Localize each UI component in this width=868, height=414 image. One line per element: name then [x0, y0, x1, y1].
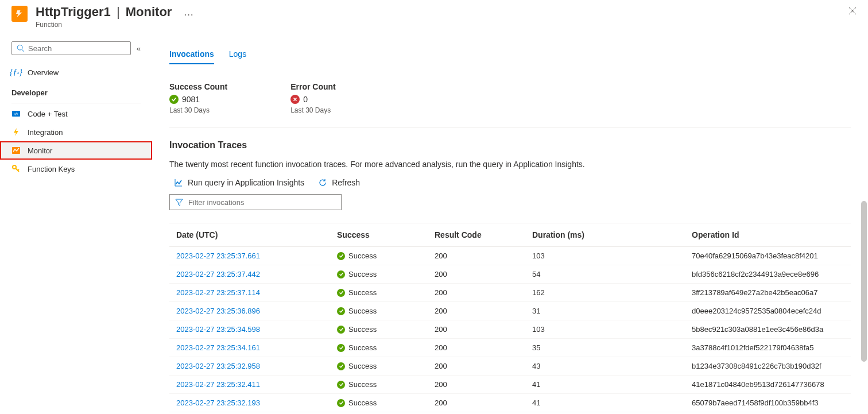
divider: [11, 103, 141, 103]
refresh-icon: [318, 178, 327, 187]
cell-success: Success: [337, 307, 435, 315]
sidebar-search[interactable]: [11, 41, 131, 55]
success-label: Success: [348, 343, 377, 352]
th-result[interactable]: Result Code: [435, 230, 532, 239]
cell-success: Success: [337, 252, 435, 260]
invocation-date-link[interactable]: 2023-02-27 23:25:37.114: [176, 288, 337, 297]
page-subtitle: Function: [36, 21, 846, 29]
invocation-traces-desc: The twenty most recent function invocati…: [169, 160, 851, 169]
stat-value: 9081: [182, 95, 200, 104]
svg-text:‹/›: ‹/›: [14, 112, 18, 116]
stat-title: Error Count: [290, 82, 336, 91]
sidebar-item-integration[interactable]: Integration: [0, 123, 152, 141]
cell-result-code: 200: [435, 288, 532, 297]
cell-success: Success: [337, 288, 435, 297]
cell-result-code: 200: [435, 252, 532, 260]
cell-duration: 103: [532, 252, 692, 260]
stat-value: 0: [303, 95, 308, 104]
error-icon: [290, 95, 300, 104]
success-icon: [337, 307, 345, 315]
action-label: Refresh: [332, 178, 360, 187]
stat-title: Success Count: [169, 82, 227, 91]
success-label: Success: [348, 380, 377, 389]
table-row: 2023-02-27 23:25:32.193Success2004165079…: [169, 394, 851, 412]
refresh-link[interactable]: Refresh: [318, 178, 360, 187]
tab-logs[interactable]: Logs: [229, 49, 246, 64]
invocation-date-link[interactable]: 2023-02-27 23:25:37.661: [176, 252, 337, 260]
invocation-date-link[interactable]: 2023-02-27 23:25:37.442: [176, 270, 337, 278]
key-icon: [11, 164, 21, 173]
sidebar-item-overview[interactable]: {ƒx} Overview: [0, 63, 152, 82]
collapse-sidebar-icon[interactable]: «: [137, 44, 141, 53]
success-label: Success: [348, 252, 377, 260]
invocation-date-link[interactable]: 2023-02-27 23:25:32.411: [176, 380, 337, 389]
sidebar-item-label: Code + Test: [28, 110, 68, 118]
success-icon: [337, 270, 345, 278]
sidebar-section-developer: Developer: [0, 82, 152, 100]
success-icon: [337, 399, 345, 407]
search-icon: [17, 44, 25, 52]
th-date[interactable]: Date (UTC): [176, 230, 337, 239]
invocation-date-link[interactable]: 2023-02-27 23:25:34.161: [176, 343, 337, 352]
stat-sub: Last 30 Days: [290, 106, 336, 114]
scrollbar-thumb[interactable]: [861, 201, 867, 362]
success-label: Success: [348, 307, 377, 315]
chart-icon: [174, 178, 183, 187]
cell-duration: 54: [532, 270, 692, 278]
page-header: HttpTrigger1 | Monitor … Function: [0, 0, 868, 34]
table-row: 2023-02-27 23:25:37.661Success20010370e4…: [169, 247, 851, 265]
success-label: Success: [348, 362, 377, 370]
cell-operation-id: d0eee203124c9572535a0804ecefc24d: [692, 307, 844, 315]
invocation-date-link[interactable]: 2023-02-27 23:25:36.896: [176, 307, 337, 315]
cell-success: Success: [337, 380, 435, 389]
filter-invocations[interactable]: [169, 194, 342, 210]
sidebar-item-code-test[interactable]: ‹/› Code + Test: [0, 105, 152, 123]
cell-operation-id: bfd356c6218cf2c2344913a9ece8e696: [692, 270, 844, 278]
monitor-icon: [11, 146, 21, 155]
search-input[interactable]: [28, 44, 126, 53]
invocation-date-link[interactable]: 2023-02-27 23:25:32.958: [176, 362, 337, 370]
action-label: Run query in Application Insights: [188, 178, 304, 187]
table-row: 2023-02-27 23:25:32.411Success2004141e18…: [169, 376, 851, 394]
table-row: 2023-02-27 23:25:32.958Success20043b1234…: [169, 357, 851, 376]
table-row: 2023-02-27 23:25:37.114Success2001623ff2…: [169, 284, 851, 302]
cell-duration: 41: [532, 380, 692, 389]
cell-duration: 162: [532, 288, 692, 297]
cell-result-code: 200: [435, 325, 532, 334]
cell-result-code: 200: [435, 343, 532, 352]
function-app-icon: [11, 6, 28, 22]
invocation-date-link[interactable]: 2023-02-27 23:25:32.193: [176, 398, 337, 407]
sidebar: « {ƒx} Overview Developer ‹/› Code + Tes…: [0, 34, 152, 414]
more-button[interactable]: …: [183, 6, 193, 18]
lightning-icon: [11, 127, 21, 137]
success-icon: [337, 326, 345, 334]
success-label: Success: [348, 398, 377, 407]
svg-line-1: [22, 49, 24, 52]
sidebar-item-function-keys[interactable]: Function Keys: [0, 160, 152, 178]
run-query-link[interactable]: Run query in Application Insights: [174, 178, 304, 187]
th-success[interactable]: Success: [337, 230, 435, 239]
cell-success: Success: [337, 343, 435, 352]
svg-point-0: [17, 45, 22, 50]
filter-input[interactable]: [188, 198, 336, 207]
close-button[interactable]: [846, 5, 859, 20]
cell-operation-id: 65079b7aeed71458f9df100b359bb4f3: [692, 398, 844, 407]
cell-result-code: 200: [435, 270, 532, 278]
cell-duration: 31: [532, 307, 692, 315]
invocation-traces-table: Date (UTC) Success Result Code Duration …: [169, 223, 851, 412]
sidebar-item-monitor[interactable]: Monitor: [0, 141, 152, 160]
invocation-date-link[interactable]: 2023-02-27 23:25:34.598: [176, 325, 337, 334]
table-row: 2023-02-27 23:25:34.161Success200353a378…: [169, 339, 851, 357]
th-duration[interactable]: Duration (ms): [532, 230, 692, 239]
success-label: Success: [348, 325, 377, 334]
cell-success: Success: [337, 270, 435, 278]
filter-icon: [175, 198, 184, 207]
cell-result-code: 200: [435, 362, 532, 370]
th-opid[interactable]: Operation Id: [692, 230, 844, 239]
success-icon: [337, 344, 345, 352]
cell-result-code: 200: [435, 380, 532, 389]
tab-invocations[interactable]: Invocations: [169, 49, 214, 64]
invocation-traces-title: Invocation Traces: [169, 140, 851, 150]
success-label: Success: [348, 270, 377, 278]
cell-success: Success: [337, 398, 435, 407]
